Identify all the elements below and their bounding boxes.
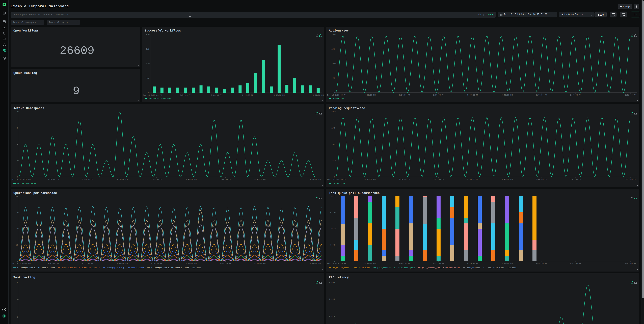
svg-text:Active Namespaces: Active Namespaces: [14, 107, 44, 110]
svg-text:Queue Backlog: Queue Backlog: [14, 71, 37, 75]
svg-text:5:42:00 PM: 5:42:00 PM: [186, 263, 196, 265]
svg-text:200: 200: [332, 33, 335, 35]
svg-text:2: 2: [16, 316, 18, 318]
svg-text:0: 0: [16, 260, 18, 262]
svg-text:5:37:00 PM: 5:37:00 PM: [116, 178, 128, 180]
svg-text:0.2: 0.2: [146, 77, 149, 79]
svg-text:5:37:00 PM: 5:37:00 PM: [433, 263, 444, 265]
svg-text:poll_timeout · c..-flow-task-q: poll_timeout · c..-flow-task-queue: [377, 267, 415, 269]
svg-text:clickpipes-aws-p..outheast-2.l: clickpipes-aws-p..outheast-2.l2c4n: [151, 267, 189, 269]
svg-text:5:51:00 PM: 5:51:00 PM: [310, 263, 321, 265]
svg-text:poll_success_syn..-flow-task-q: poll_success_syn..-flow-task-queue: [422, 267, 460, 269]
svg-text:5:42:00 PM: 5:42:00 PM: [502, 178, 512, 180]
svg-text:0.05: 0.05: [330, 244, 335, 246]
svg-text:?: ?: [4, 309, 5, 311]
svg-text:5:47:00 PM: 5:47:00 PM: [254, 263, 266, 265]
svg-text:5:42:00 PM: 5:42:00 PM: [502, 94, 512, 96]
svg-text:5:47:00 PM: 5:47:00 PM: [570, 94, 581, 96]
svg-text:Dec 16 5:29:30 PM: Dec 16 5:29:30 PM: [12, 178, 30, 180]
svg-text:D: D: [4, 315, 5, 318]
svg-text:poll_success · c..-flow-task-q: poll_success · c..-flow-task-queue: [467, 267, 504, 269]
svg-text:action/sec: action/sec: [333, 98, 344, 100]
svg-text:Pending requests/sec: Pending requests/sec: [329, 107, 365, 110]
svg-text:5:51:00 PM: 5:51:00 PM: [625, 263, 636, 265]
svg-text:5K: 5K: [332, 160, 335, 162]
svg-text:requests/sec: requests/sec: [333, 183, 346, 185]
svg-text:Dec 16 5:29:30 PM: Dec 16 5:29:30 PM: [327, 94, 346, 96]
svg-text:2: 2: [16, 160, 18, 162]
svg-text:8: 8: [16, 111, 18, 113]
svg-text:50: 50: [332, 77, 335, 79]
svg-text:Successful workflows: Successful workflows: [145, 29, 181, 32]
svg-text:5:51:00 PM: 5:51:00 PM: [625, 94, 636, 96]
svg-text:5:37:00 PM: 5:37:00 PM: [433, 94, 444, 96]
svg-text:5:42:00 PM: 5:42:00 PM: [186, 178, 196, 180]
svg-text:5:39:30 PM: 5:39:30 PM: [151, 263, 162, 265]
svg-text:5:39:30 PM: 5:39:30 PM: [151, 178, 162, 180]
svg-text:0.038: 0.038: [329, 281, 335, 283]
svg-text:5:44:30 PM: 5:44:30 PM: [536, 94, 547, 96]
svg-text:5:51:00 PM: 5:51:00 PM: [312, 94, 324, 96]
svg-text:5:34:30 PM: 5:34:30 PM: [399, 178, 410, 180]
svg-text:0: 0: [334, 92, 335, 94]
svg-text:5:32:00 PM: 5:32:00 PM: [48, 178, 59, 180]
svg-text:clickpipes-aws-p..-us-east-1.l: clickpipes-aws-p..-us-east-1.l2c4n: [107, 267, 144, 269]
svg-text:5:32:00 PM: 5:32:00 PM: [364, 178, 376, 180]
svg-text:active namespaces: active namespaces: [17, 183, 36, 185]
svg-text:0: 0: [148, 92, 149, 94]
svg-text:5:51:00 PM: 5:51:00 PM: [625, 178, 636, 180]
svg-text:100: 100: [332, 63, 335, 65]
svg-text:0.019: 0.019: [329, 315, 335, 317]
svg-text:4: 4: [16, 281, 18, 283]
svg-text:4: 4: [16, 143, 18, 145]
svg-text:successful workflows: successful workflows: [148, 98, 171, 100]
svg-text:Dec 16 5:29:30 PM: Dec 16 5:29:30 PM: [12, 263, 30, 265]
svg-text:5:44:30 PM: 5:44:30 PM: [536, 178, 547, 180]
svg-text:5:34:30 PM: 5:34:30 PM: [399, 263, 410, 265]
svg-text:Actions/sec: Actions/sec: [329, 29, 349, 32]
svg-text:5:34:30 PM: 5:34:30 PM: [82, 178, 93, 180]
svg-text:5:44:30 PM: 5:44:30 PM: [220, 263, 231, 265]
svg-text:50: 50: [16, 228, 18, 230]
svg-text:20K: 20K: [332, 111, 335, 113]
svg-text:150: 150: [332, 48, 335, 50]
svg-text:9: 9: [73, 85, 80, 98]
svg-text:5:46:00 PM: 5:46:00 PM: [274, 94, 284, 96]
svg-text:5:47:00 PM: 5:47:00 PM: [254, 178, 266, 180]
svg-text:5:34:30 PM: 5:34:30 PM: [82, 263, 93, 265]
svg-text:5:39:30 PM: 5:39:30 PM: [467, 178, 478, 180]
svg-text:10K: 10K: [332, 143, 335, 145]
svg-text:100: 100: [14, 195, 18, 197]
svg-text:5:37:00 PM: 5:37:00 PM: [116, 263, 128, 265]
svg-text:Open Workflows: Open Workflows: [14, 29, 39, 32]
svg-text:5:34:30 PM: 5:34:30 PM: [399, 94, 410, 96]
svg-text:0.2: 0.2: [332, 195, 335, 197]
svg-text:0: 0: [334, 260, 335, 262]
svg-text:0.6: 0.6: [146, 48, 149, 50]
svg-text:+12 more: +12 more: [192, 267, 201, 269]
svg-text:5:32:00 PM: 5:32:00 PM: [364, 94, 376, 96]
svg-text:5:47:00 PM: 5:47:00 PM: [570, 263, 581, 265]
svg-text:15K: 15K: [332, 127, 335, 129]
svg-text:Dec 16 5:29:30 PM: Dec 16 5:29:30 PM: [143, 94, 162, 96]
svg-text:Dec 16 5:29:30 PM: Dec 16 5:29:30 PM: [327, 263, 346, 265]
svg-text:5:37:00 PM: 5:37:00 PM: [433, 178, 444, 180]
svg-text:6: 6: [16, 127, 18, 129]
svg-text:5:42:00 PM: 5:42:00 PM: [502, 263, 512, 265]
svg-text:P95 latency: P95 latency: [329, 276, 349, 279]
svg-text:75: 75: [16, 212, 18, 214]
svg-text:5:47:00 PM: 5:47:00 PM: [570, 178, 581, 180]
svg-text:26609: 26609: [60, 44, 94, 57]
svg-text:0.15: 0.15: [330, 212, 335, 214]
svg-text:5:39:30 PM: 5:39:30 PM: [467, 94, 478, 96]
svg-text:0.1: 0.1: [332, 228, 335, 230]
svg-text:0 Tags: 0 Tags: [623, 5, 630, 8]
svg-text:5:32:00 PM: 5:32:00 PM: [364, 263, 376, 265]
svg-text:25: 25: [16, 244, 18, 246]
svg-text:+56 more: +56 more: [508, 267, 516, 269]
svg-text:Operations per namespace: Operations per namespace: [14, 191, 57, 195]
svg-text:0.4: 0.4: [146, 63, 149, 65]
svg-text:5:34:00 PM: 5:34:00 PM: [180, 94, 191, 96]
svg-text:clickpipes-aws-p..outheast-2.l: clickpipes-aws-p..outheast-2.l2c4n: [62, 267, 100, 269]
svg-text:5:44:30 PM: 5:44:30 PM: [536, 263, 547, 265]
